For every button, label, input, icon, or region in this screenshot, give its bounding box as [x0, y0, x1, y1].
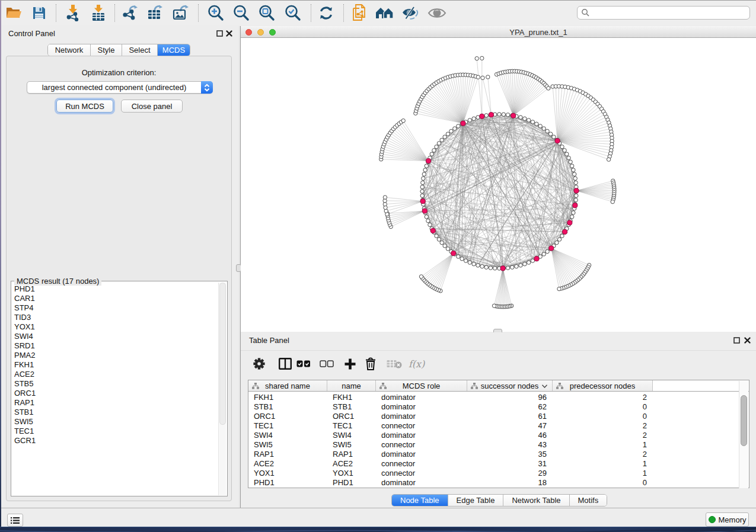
table-cell[interactable]: 0: [553, 478, 647, 488]
import-table-icon[interactable]: [88, 3, 109, 23]
zoom-out-icon[interactable]: [231, 3, 252, 23]
table-cell[interactable]: SWI4: [333, 431, 376, 440]
float-panel-icon[interactable]: [215, 29, 224, 37]
table-cell[interactable]: 96: [467, 393, 547, 402]
close-panel-button[interactable]: Close panel: [121, 100, 183, 113]
deselect-all-icon[interactable]: [317, 354, 336, 373]
tab-style[interactable]: Style: [91, 44, 122, 56]
open-file-icon[interactable]: [3, 3, 24, 23]
table-cell[interactable]: SWI5: [333, 440, 376, 450]
optimization-criterion-select[interactable]: largest connected component (undirected): [27, 81, 213, 94]
mcds-result-item[interactable]: TID3: [14, 313, 217, 322]
new-network-from-selection-icon[interactable]: [349, 3, 371, 23]
column-header-predecessor-nodes[interactable]: predecessor nodes: [553, 380, 653, 391]
table-cell[interactable]: 2: [553, 393, 647, 402]
table-cell[interactable]: 43: [467, 440, 547, 450]
table-cell[interactable]: 62: [467, 402, 547, 412]
gear-icon[interactable]: [250, 354, 269, 373]
tab-network-table[interactable]: Network Table: [503, 495, 569, 506]
split-pane-icon[interactable]: [276, 354, 295, 373]
table-cell[interactable]: dominator: [381, 431, 467, 440]
mcds-result-item[interactable]: FKH1: [14, 360, 217, 370]
column-header-MCDS-role[interactable]: MCDS role: [376, 380, 467, 391]
table-cell[interactable]: dominator: [381, 478, 467, 488]
table-cell[interactable]: TEC1: [254, 421, 327, 431]
mcds-result-item[interactable]: PHD1: [14, 284, 217, 294]
table-cell[interactable]: connector: [381, 421, 467, 431]
mcds-result-item[interactable]: YOX1: [14, 322, 217, 332]
table-scrollbar-thumb[interactable]: [741, 395, 747, 446]
mcds-result-item[interactable]: SRD1: [14, 341, 217, 351]
zoom-selected-icon[interactable]: [282, 3, 304, 23]
select-all-icon[interactable]: [294, 354, 313, 373]
table-row[interactable]: STB1STB1dominator620: [248, 402, 738, 412]
table-row[interactable]: ORC1ORC1dominator610: [248, 412, 738, 421]
table-cell[interactable]: SWI5: [254, 440, 327, 450]
zoom-fit-icon[interactable]: [256, 3, 277, 23]
table-cell[interactable]: 0: [553, 412, 647, 421]
table-cell[interactable]: dominator: [381, 412, 467, 421]
table-cell[interactable]: connector: [381, 459, 467, 469]
delete-column-icon[interactable]: [361, 354, 380, 373]
table-scrollbar[interactable]: [739, 381, 748, 488]
mcds-result-list[interactable]: PHD1CAR1STP4TID3YOX1SWI4SRD1PMA2FKH1ACE2…: [12, 284, 217, 493]
mcds-result-item[interactable]: PMA2: [14, 351, 217, 360]
network-canvas[interactable]: [241, 38, 756, 332]
table-cell[interactable]: connector: [381, 440, 467, 450]
table-cell[interactable]: 31: [467, 459, 547, 469]
table-cell[interactable]: dominator: [381, 393, 467, 402]
table-row[interactable]: ACE2ACE2connector311: [248, 459, 738, 469]
zoom-in-icon[interactable]: [205, 3, 227, 23]
table-cell[interactable]: ACE2: [333, 459, 376, 469]
table-row[interactable]: RAP1RAP1dominator352: [248, 450, 738, 459]
table-cell[interactable]: YOX1: [254, 469, 327, 478]
mcds-result-item[interactable]: SWI5: [14, 417, 217, 427]
table-cell[interactable]: 46: [467, 431, 547, 440]
table-cell[interactable]: RAP1: [254, 450, 327, 459]
table-cell[interactable]: 0: [553, 402, 647, 412]
table-cell[interactable]: 61: [467, 412, 547, 421]
function-builder-icon[interactable]: f(x): [407, 354, 426, 373]
table-cell[interactable]: 18: [467, 478, 547, 488]
table-row[interactable]: YOX1YOX1connector291: [248, 469, 738, 478]
table-row[interactable]: SWI4SWI4dominator462: [248, 431, 738, 440]
first-neighbors-icon[interactable]: [374, 3, 395, 23]
table-row[interactable]: PHD1PHD1dominator180: [248, 478, 738, 488]
table-cell[interactable]: 1: [553, 440, 647, 450]
table-cell[interactable]: 1: [553, 469, 647, 478]
table-cell[interactable]: dominator: [381, 450, 467, 459]
export-image-icon[interactable]: [170, 3, 192, 23]
save-session-icon[interactable]: [28, 3, 50, 23]
table-cell[interactable]: SWI4: [254, 431, 327, 440]
table-row[interactable]: FKH1FKH1dominator962: [248, 393, 738, 402]
table-cell[interactable]: ORC1: [333, 412, 376, 421]
memory-button[interactable]: Memory: [706, 512, 749, 527]
table-cell[interactable]: PHD1: [333, 478, 376, 488]
table-cell[interactable]: FKH1: [254, 393, 327, 402]
search-input[interactable]: [577, 6, 750, 20]
mcds-result-scrollbar[interactable]: [218, 283, 226, 495]
window-minimize-icon[interactable]: [257, 29, 264, 36]
mcds-result-item[interactable]: SWI4: [14, 332, 217, 341]
import-network-icon[interactable]: [62, 3, 84, 23]
table-cell[interactable]: 2: [553, 431, 647, 440]
table-cell[interactable]: YOX1: [333, 469, 376, 478]
mcds-result-item[interactable]: RAP1: [14, 398, 217, 408]
table-row[interactable]: TEC1TEC1connector472: [248, 421, 738, 431]
table-cell[interactable]: PHD1: [254, 478, 327, 488]
mcds-result-item[interactable]: STB1: [14, 408, 217, 417]
export-table-icon[interactable]: [145, 3, 166, 23]
table-cell[interactable]: dominator: [381, 402, 467, 412]
table-cell[interactable]: STB1: [254, 402, 327, 412]
network-window-titlebar[interactable]: YPA_prune.txt_1: [241, 26, 756, 38]
delete-table-icon[interactable]: [385, 354, 404, 373]
mcds-result-item[interactable]: STB5: [14, 379, 217, 389]
refresh-icon[interactable]: [315, 3, 337, 23]
tab-network[interactable]: Network: [48, 44, 91, 56]
export-network-icon[interactable]: [120, 3, 141, 23]
tab-mcds[interactable]: MCDS: [158, 44, 190, 56]
table-cell[interactable]: FKH1: [333, 393, 376, 402]
mcds-result-item[interactable]: ACE2: [14, 370, 217, 379]
hide-selection-icon[interactable]: [400, 3, 421, 23]
close-panel-icon[interactable]: [225, 29, 233, 37]
